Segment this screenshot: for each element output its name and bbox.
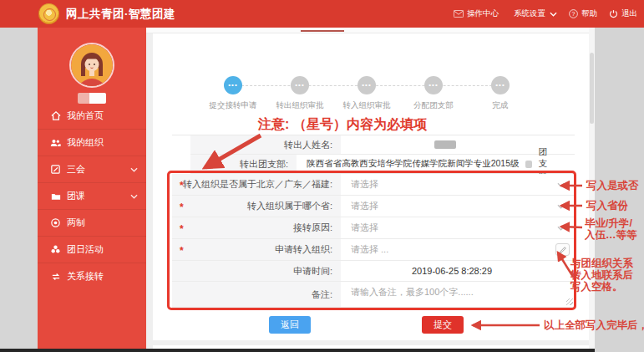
form-row: * 备注: 请输入备注，最多100个字......	[172, 282, 575, 308]
chevron-down-icon	[130, 194, 138, 199]
form-label: 接转原因:	[293, 222, 332, 234]
step-circle-icon	[424, 76, 443, 94]
required-asterisk: *	[180, 179, 184, 191]
required-asterisk: *	[180, 244, 184, 256]
header-menu-item[interactable]: ? 帮助	[569, 8, 597, 19]
form-label-cell: * 转入组织属于哪个省:	[172, 196, 341, 217]
form-row: * 申请时间: 2019-06-25 8:28:29	[172, 261, 575, 282]
step-label: 分配团支部	[413, 100, 454, 111]
annotation-note: 写入省份	[586, 200, 628, 212]
edit-icon[interactable]	[555, 243, 570, 256]
league-emblem-logo	[38, 3, 59, 24]
sidebar-item-label: 团日活动	[67, 243, 104, 256]
app-window: 网上共青团·智慧团建 操作中心 系统设置 ? 帮助 退出	[0, 0, 644, 352]
form-row: * 转出人姓名:	[190, 135, 575, 155]
header-menu-label: 系统设置	[514, 8, 545, 19]
edit-note-icon	[50, 165, 61, 174]
annotation-note: 毕业/升学/ 入伍…等等	[585, 217, 637, 241]
svg-text:?: ?	[572, 11, 576, 17]
form-value-cell[interactable]: 陕西省省高教西安培华学院传媒学院新闻学专业2015级 团支部	[297, 155, 575, 173]
form-label: 转入组织属于哪个省:	[247, 200, 332, 212]
user-profile	[38, 44, 146, 104]
progress-step: 转入组织审批	[333, 76, 400, 111]
form-label: 申请转入组织:	[275, 243, 332, 256]
required-asterisk: *	[180, 222, 184, 234]
sidebar-item-label: 我的首页	[67, 110, 104, 122]
sidebar-item[interactable]: 我的首页	[38, 102, 146, 129]
form-value-cell[interactable]: 请选择	[341, 217, 575, 238]
clover-icon	[50, 245, 61, 254]
form-label-cell: * 接转原因:	[172, 217, 341, 238]
step-label: 完成	[493, 100, 509, 111]
redacted-value	[434, 140, 456, 149]
form-label: 转出团支部:	[240, 158, 288, 171]
sidebar-item[interactable]: 我的组织	[38, 129, 146, 156]
chevron-down-icon[interactable]	[557, 204, 565, 209]
submit-button[interactable]: 提交	[422, 316, 464, 334]
sidebar-item[interactable]: 两制	[38, 209, 146, 236]
app-header: 网上共青团·智慧团建 操作中心 系统设置 ? 帮助 退出	[0, 0, 644, 28]
annotation-note: 写入是或否	[586, 180, 639, 191]
header-menu-item[interactable]: 操作中心	[454, 8, 499, 19]
form-value: 陕西省省高教西安培华学院传媒学院新闻学专业2015级	[307, 158, 519, 170]
field-placeholder: 请选择	[351, 178, 378, 191]
form-value-cell[interactable]: 2019-06-25 8:28:29	[341, 261, 575, 281]
redacted-segment	[525, 161, 533, 168]
form-value-cell[interactable]: 请输入备注，最多100个字......	[341, 282, 575, 307]
progress-step: 完成	[467, 76, 534, 111]
chevron-down-icon	[550, 12, 557, 17]
field-placeholder: 请选择	[351, 222, 378, 234]
sidebar-item-label: 三会	[67, 163, 85, 176]
app-title: 网上共青团·智慧团建	[66, 7, 175, 22]
step-label: 提交接转申请	[210, 100, 257, 111]
form-label-cell: * 转出人姓名:	[190, 135, 341, 154]
required-asterisk: *	[180, 201, 184, 212]
progress-step: 分配团支部	[400, 76, 467, 111]
field-placeholder: 请输入备注，最多100个字......	[351, 286, 474, 298]
chevron-down-icon[interactable]	[557, 226, 565, 231]
form-label-cell: * 转出团支部:	[190, 155, 297, 173]
sidebar-nav: 我的首页 我的组织 三会 团课 两制 团日活动	[38, 102, 146, 289]
window-bottom-edge	[0, 349, 595, 352]
form-value-cell[interactable]: 请选择	[341, 174, 575, 195]
form-value-cell[interactable]: 请选择 ...	[341, 239, 575, 260]
header-menu: 操作中心 系统设置 ? 帮助 退出	[454, 0, 637, 28]
sidebar-item[interactable]: 关系接转	[38, 263, 146, 289]
chevron-down-icon[interactable]	[557, 182, 565, 187]
sidebar-item-label: 关系接转	[67, 270, 104, 283]
sidebar-item[interactable]: 团课	[38, 182, 146, 209]
home-icon	[50, 111, 61, 120]
brand: 网上共青团·智慧团建	[38, 3, 175, 24]
step-label: 转入组织审批	[343, 100, 391, 111]
form-row: * 转入组织是否属于北京／广东／福建: 请选择	[172, 174, 575, 196]
sidebar: 我的首页 我的组织 三会 团课 两制 团日活动	[38, 28, 146, 352]
sidebar-item-label: 两制	[67, 217, 85, 229]
required-fields-notice: 注意: （星号）内容为必填项	[213, 116, 472, 134]
header-menu-label: 帮助	[581, 8, 597, 19]
step-circle-icon	[491, 76, 510, 94]
tab-indicator-line	[301, 30, 344, 32]
step-circle-icon	[357, 76, 376, 94]
form-value-cell[interactable]: 请选择	[341, 196, 575, 217]
header-menu-item[interactable]: 系统设置	[510, 8, 557, 19]
header-menu-label: 操作中心	[467, 8, 499, 19]
form-row: * 接转原因: 请选择	[172, 217, 575, 239]
step-circle-icon	[224, 76, 242, 94]
transfer-form: * 转出人姓名: * 转出团支部: 陕西省省高教西安培华学院传媒学院新闻学专业2	[172, 135, 575, 308]
scrollbar-thumb[interactable]	[590, 53, 594, 124]
progress-steps: 提交接转申请 转出组织审批 转入组织审批 分配团支部 完成	[200, 76, 534, 111]
form-value: 2019-06-25 8:28:29	[412, 266, 492, 276]
annotation-note: 与团组织关系 转入地联系后 写入空格。	[570, 258, 633, 293]
form-label-cell: * 申请转入组织:	[172, 239, 341, 260]
back-button[interactable]: 返回	[269, 316, 311, 334]
form-label: 转出人姓名:	[284, 139, 332, 151]
sidebar-item-label: 我的组织	[67, 136, 104, 149]
target-icon	[50, 218, 61, 227]
folder-icon	[50, 192, 61, 201]
sidebar-item[interactable]: 三会	[38, 156, 146, 182]
sidebar-item[interactable]: 团日活动	[38, 236, 146, 263]
sidebar-item-label: 团课	[67, 190, 85, 202]
header-menu-label: 退出	[621, 8, 637, 19]
textarea-resize-handle[interactable]	[566, 298, 573, 305]
header-menu-item[interactable]: 退出	[609, 8, 637, 19]
